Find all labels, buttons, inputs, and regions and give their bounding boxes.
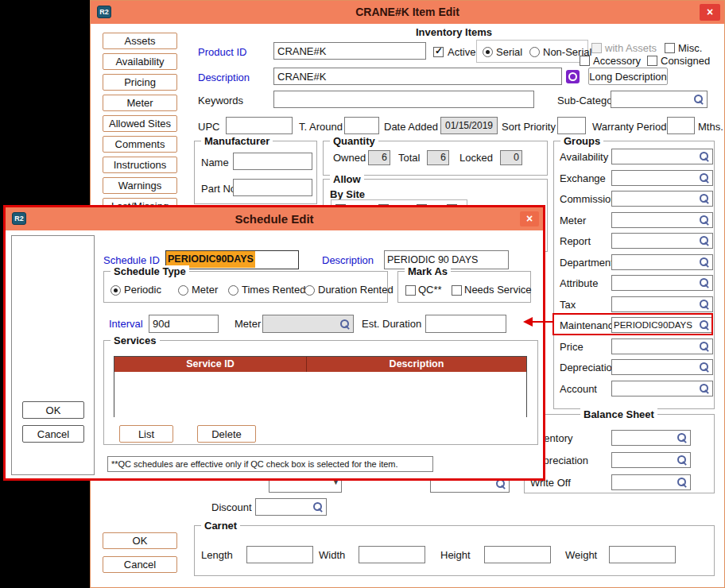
times-rented-radio[interactable] [228, 285, 238, 296]
group-field-depreciation[interactable] [611, 359, 713, 375]
group-label-price: Price [560, 341, 583, 353]
dialog-cancel-button[interactable]: Cancel [22, 425, 84, 443]
search-icon[interactable] [698, 361, 711, 373]
long-description-button[interactable]: Long Description [588, 68, 668, 85]
group-field-attribute[interactable] [611, 275, 713, 291]
width-input[interactable] [359, 546, 425, 563]
group-label-account: Account [560, 383, 597, 395]
services-table[interactable]: Service ID Description [114, 356, 527, 417]
group-field-availability[interactable] [611, 149, 713, 164]
by-site-label: By Site [330, 188, 365, 200]
group-field-account[interactable] [611, 381, 713, 397]
dialog-ok-button[interactable]: OK [22, 401, 84, 419]
group-label-availability: Availability [560, 151, 608, 163]
duration-rented-radio[interactable] [304, 285, 315, 296]
search-icon[interactable] [692, 93, 705, 106]
height-label: Height [440, 549, 471, 561]
search-icon[interactable] [698, 340, 711, 353]
close-icon[interactable]: × [520, 211, 539, 226]
with-assets-checkbox[interactable] [591, 43, 602, 53]
write-off-field[interactable] [611, 474, 691, 490]
bs-depreciation-field[interactable] [611, 452, 691, 468]
discount-field[interactable] [255, 498, 327, 516]
est-duration-label: Est. Duration [362, 318, 421, 330]
group-field-tax[interactable] [611, 296, 713, 312]
search-icon[interactable] [339, 318, 351, 331]
close-icon[interactable]: × [700, 4, 720, 21]
group-field-commission[interactable] [611, 191, 713, 207]
meter-radio[interactable] [178, 285, 188, 296]
sidebar-button-comments[interactable]: Comments [103, 136, 177, 153]
locked-label: Locked [459, 152, 493, 164]
warranty-period-input[interactable] [667, 117, 695, 134]
group-field-meter[interactable] [611, 212, 713, 228]
sidebar-button-pricing[interactable]: Pricing [103, 74, 177, 91]
serial-radio[interactable] [483, 47, 493, 57]
search-icon[interactable] [698, 214, 711, 226]
part-no-input[interactable] [233, 179, 312, 196]
sidebar-button-instructions[interactable]: Instructions [103, 157, 177, 173]
upc-input[interactable] [226, 117, 293, 134]
cancel-button[interactable]: Cancel [103, 556, 177, 573]
group-field-department[interactable] [611, 254, 713, 270]
group-field-exchange[interactable] [611, 170, 713, 186]
est-duration-input[interactable] [425, 315, 506, 333]
consigned-checkbox[interactable] [647, 56, 657, 66]
search-icon[interactable] [698, 298, 711, 311]
needs-service-checkbox[interactable] [452, 285, 462, 296]
sidebar-button-warnings[interactable]: Warnings [103, 177, 177, 194]
qc-mark-checkbox[interactable] [405, 285, 416, 296]
accessory-checkbox[interactable] [580, 56, 590, 66]
sidebar-button-meter[interactable]: Meter [103, 95, 177, 111]
keywords-input[interactable] [273, 91, 534, 108]
search-icon[interactable] [698, 234, 711, 247]
groups-legend: Groups [560, 135, 603, 147]
ok-button[interactable]: OK [103, 532, 177, 549]
group-field-price[interactable] [611, 338, 713, 354]
list-button[interactable]: List [119, 425, 173, 443]
services-legend: Services [110, 335, 160, 346]
periodic-radio[interactable] [110, 285, 121, 296]
weight-input[interactable] [609, 546, 676, 563]
group-field-report[interactable] [611, 233, 713, 249]
annotation-arrow-line [531, 321, 554, 323]
height-input[interactable] [484, 546, 551, 563]
description-input[interactable] [273, 68, 562, 85]
search-icon[interactable] [676, 431, 688, 444]
sidebar-button-allowed-sites[interactable]: Allowed Sites [103, 115, 177, 132]
interval-label: Interval [109, 318, 143, 330]
misc-checkbox[interactable] [665, 43, 675, 53]
item-edit-titlebar[interactable]: R2 CRANE#K Item Edit × [91, 1, 724, 24]
search-icon[interactable] [698, 382, 711, 395]
search-icon[interactable] [698, 172, 711, 184]
search-icon[interactable] [676, 476, 688, 489]
schedule-id-label: Schedule ID [103, 254, 160, 266]
active-checkbox[interactable] [433, 47, 444, 57]
schedule-edit-titlebar[interactable]: R2 Schedule Edit × [6, 207, 543, 230]
search-icon[interactable] [312, 501, 324, 513]
services-table-body[interactable] [114, 372, 526, 417]
description-editor-icon[interactable] [566, 70, 580, 83]
service-id-column-header[interactable]: Service ID [114, 357, 307, 372]
meter-field-label: Meter [235, 318, 261, 330]
search-icon[interactable] [676, 454, 688, 466]
sidebar-button-assets[interactable]: Assets [103, 33, 177, 49]
sub-category-field[interactable] [611, 91, 708, 108]
non-serial-radio[interactable] [529, 47, 540, 57]
product-id-input[interactable] [273, 42, 426, 60]
manufacturer-name-input[interactable] [233, 153, 312, 170]
sidebar-button-availability[interactable]: Availability [103, 53, 177, 70]
inventory-field[interactable] [611, 430, 691, 446]
interval-input[interactable] [149, 315, 219, 333]
search-icon[interactable] [698, 192, 711, 205]
search-icon[interactable] [698, 277, 711, 289]
search-icon[interactable] [698, 150, 711, 163]
qc-mark-label: QC** [418, 284, 442, 296]
t-around-input[interactable] [344, 117, 379, 134]
manufacturer-legend: Manufacturer [201, 135, 273, 147]
sort-priority-input[interactable] [557, 117, 586, 134]
length-input[interactable] [246, 546, 313, 563]
description-column-header[interactable]: Description [307, 357, 526, 372]
search-icon[interactable] [698, 256, 711, 269]
delete-button[interactable]: Delete [197, 425, 256, 443]
